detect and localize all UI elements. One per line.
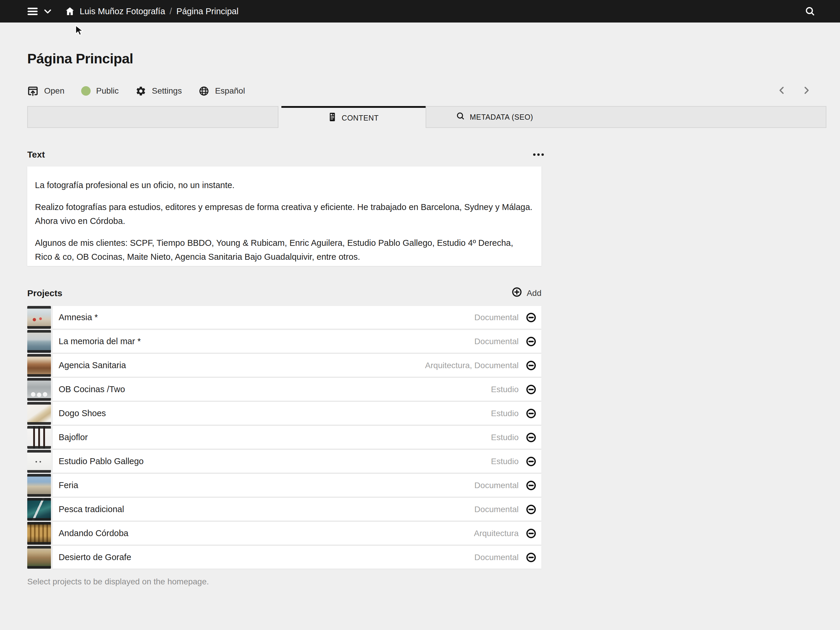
tab-content-label: CONTENT — [341, 114, 379, 122]
project-category: Estudio — [491, 433, 519, 442]
project-category: Estudio — [491, 409, 519, 418]
text-paragraph: Algunos de mis clientes: SCPF, Tiempo BB… — [35, 236, 532, 264]
project-thumbnail — [27, 306, 51, 329]
minus-circle-icon[interactable] — [526, 312, 537, 323]
project-name: La memoria del mar * — [58, 336, 141, 346]
language-button[interactable]: Español — [199, 85, 245, 96]
search-icon — [456, 111, 465, 123]
text-paragraph: La fotografía profesional es un oficio, … — [35, 178, 532, 192]
page-title: Página Principal — [27, 51, 133, 66]
project-thumbnail — [27, 378, 51, 401]
gear-icon — [135, 85, 146, 96]
visibility-button[interactable]: Public — [81, 86, 119, 96]
minus-circle-icon[interactable] — [526, 408, 537, 419]
minus-circle-icon[interactable] — [526, 552, 537, 563]
language-label: Español — [215, 86, 245, 96]
settings-button[interactable]: Settings — [135, 85, 182, 96]
text-section-label: Text — [27, 150, 45, 159]
project-row[interactable]: OB Cocinas /Two Estudio — [27, 378, 542, 401]
project-name: Desierto de Gorafe — [58, 553, 131, 562]
public-status-dot — [81, 86, 91, 96]
open-label: Open — [44, 86, 65, 96]
search-icon[interactable] — [804, 6, 816, 17]
plus-circle-icon — [512, 287, 522, 300]
chevron-down-icon[interactable] — [44, 9, 51, 14]
project-thumbnail — [27, 354, 51, 377]
project-row[interactable]: Bajoflor Estudio — [27, 426, 542, 449]
add-label: Add — [527, 289, 542, 298]
text-section-header: Text — [27, 150, 544, 159]
home-icon[interactable] — [65, 6, 75, 16]
projects-section-label: Projects — [27, 288, 62, 298]
open-button[interactable]: Open — [27, 85, 65, 96]
projects-section-header: Projects Add — [27, 287, 542, 300]
project-thumbnail — [27, 330, 51, 353]
project-thumbnail — [27, 546, 51, 569]
text-paragraph: Realizo fotografías para estudios, edito… — [35, 200, 532, 228]
project-category: Estudio — [491, 385, 519, 394]
minus-circle-icon[interactable] — [526, 504, 537, 515]
project-thumbnail — [27, 498, 51, 521]
text-field[interactable]: La fotografía profesional es un oficio, … — [27, 166, 542, 266]
project-row[interactable]: Feria Documental — [27, 474, 542, 497]
project-category: Documental — [475, 481, 519, 490]
minus-circle-icon[interactable] — [526, 384, 537, 395]
tab-content[interactable]: CONTENT — [281, 106, 426, 128]
breadcrumb-page[interactable]: Página Principal — [177, 6, 239, 16]
tab-metadata-seo[interactable]: METADATA (SEO) — [426, 106, 826, 128]
open-in-browser-icon — [27, 85, 38, 96]
project-row[interactable]: Dogo Shoes Estudio — [27, 402, 542, 425]
project-category: Documental — [475, 337, 519, 346]
minus-circle-icon[interactable] — [526, 480, 537, 491]
projects-list: Amnesia * Documental La memoria del mar … — [27, 306, 542, 570]
breadcrumb: Luis Muñoz Fotografía / Página Principal — [80, 6, 238, 16]
project-row[interactable]: Amnesia * Documental — [27, 306, 542, 329]
top-bar: Luis Muñoz Fotografía / Página Principal — [0, 0, 840, 22]
project-row[interactable]: Pesca tradicional Documental — [27, 498, 542, 521]
projects-hint: Select projects to be displayed on the h… — [27, 577, 209, 586]
page-pager — [777, 86, 811, 95]
project-row[interactable]: Agencia Sanitaria Arquitectura, Document… — [27, 354, 542, 377]
tab-placeholder — [27, 106, 278, 128]
project-row[interactable]: La memoria del mar * Documental — [27, 330, 542, 353]
minus-circle-icon[interactable] — [526, 528, 537, 539]
project-name: Bajoflor — [58, 433, 88, 442]
project-thumbnail — [27, 522, 51, 545]
project-category: Arquitectura, Documental — [425, 361, 519, 370]
settings-label: Settings — [152, 86, 182, 96]
chevron-right-icon[interactable] — [802, 86, 811, 95]
breadcrumb-separator: / — [165, 6, 177, 16]
project-category: Documental — [475, 553, 519, 562]
minus-circle-icon[interactable] — [526, 432, 537, 443]
project-name: Agencia Sanitaria — [58, 360, 126, 370]
minus-circle-icon[interactable] — [526, 360, 537, 371]
project-name: Feria — [58, 480, 78, 490]
mouse-cursor-icon — [75, 25, 84, 37]
project-name: Estudio Pablo Gallego — [58, 456, 144, 466]
document-icon — [328, 112, 336, 123]
project-row[interactable]: Andando Córdoba Arquitectura — [27, 522, 542, 545]
project-category: Estudio — [491, 457, 519, 466]
project-thumbnail — [27, 426, 51, 449]
project-row[interactable]: Desierto de Gorafe Documental — [27, 546, 542, 569]
project-name: Dogo Shoes — [58, 409, 106, 418]
breadcrumb-site[interactable]: Luis Muñoz Fotografía — [80, 6, 165, 16]
minus-circle-icon[interactable] — [526, 456, 537, 467]
add-project-button[interactable]: Add — [512, 287, 542, 300]
project-thumbnail — [27, 474, 51, 497]
project-name: OB Cocinas /Two — [58, 384, 125, 394]
project-row[interactable]: Estudio Pablo Gallego Estudio — [27, 450, 542, 473]
project-category: Documental — [475, 505, 519, 514]
hamburger-menu-icon[interactable] — [28, 8, 38, 15]
admin-page: Luis Muñoz Fotografía / Página Principal… — [0, 0, 840, 630]
project-thumbnail — [27, 402, 51, 425]
minus-circle-icon[interactable] — [526, 336, 537, 347]
tab-metadata-label: METADATA (SEO) — [470, 113, 533, 122]
page-toolbar: Open Public Settings Español — [27, 85, 245, 97]
public-label: Public — [96, 86, 119, 96]
ellipsis-menu-icon[interactable] — [533, 153, 544, 156]
project-thumbnail — [27, 450, 51, 473]
chevron-left-icon[interactable] — [777, 86, 786, 95]
project-category: Arquitectura — [474, 529, 519, 538]
project-category: Documental — [475, 313, 519, 322]
